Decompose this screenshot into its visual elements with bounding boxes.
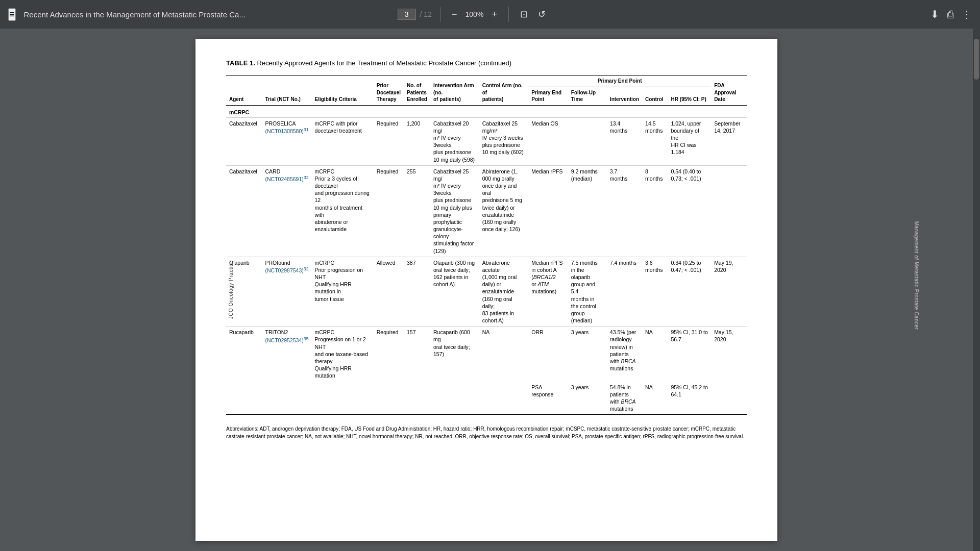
scrollbar-thumb[interactable]: [974, 39, 979, 80]
more-options-button[interactable]: ⋮: [962, 8, 972, 20]
intervention-arm-empty: [430, 382, 479, 415]
agent-rucaparib: Rucaparib: [226, 327, 262, 382]
control-val-psa: NA: [642, 382, 668, 415]
primary-ep-proselica: Median OS: [528, 117, 568, 165]
prior-docetaxel-proselica: Required: [374, 117, 404, 165]
nct-link-proselica[interactable]: (NCT01308580)31: [265, 128, 309, 134]
primary-ep-card: Median rPFS: [528, 165, 568, 257]
hr-proselica: 1.024, upperboundary of theHR CI was1.18…: [668, 117, 711, 165]
table-number: TABLE 1.: [226, 59, 255, 67]
download-button[interactable]: ⬇: [930, 8, 939, 20]
intervention-arm-profound: Olaparib (300 mgoral twice daily;162 pat…: [430, 257, 479, 327]
no-patients-empty: [404, 382, 430, 415]
fda-date-proselica: September14, 2017: [711, 117, 747, 165]
prior-docetaxel-profound: Allowed: [374, 257, 404, 327]
intervention-arm-proselica: Cabazitaxel 20 mg/m² IV every 3weeksplus…: [430, 117, 479, 165]
intervention-val-card: 3.7months: [607, 165, 642, 257]
journal-label-right: Management of Metastatic Prostate Cancer: [914, 221, 919, 330]
follow-up-proselica: [568, 117, 607, 165]
hr-profound: 0.34 (0.25 to0.47; < .001): [668, 257, 711, 327]
hr-triton2: 95% CI, 31.0 to56.7: [668, 327, 711, 382]
prior-docetaxel-card: Required: [374, 165, 404, 257]
sub-col-hr: HR (95% CI; P): [668, 87, 711, 105]
trial-proselica: PROSELICA(NCT01308580)31: [262, 117, 312, 165]
primary-ep-psa: PSA response: [528, 382, 568, 415]
intervention-val-profound: 7.4 months: [607, 257, 642, 327]
table-row: PSA response 3 years 54.8% inpatientswit…: [226, 382, 747, 415]
follow-up-psa: 3 years: [568, 382, 607, 415]
follow-up-card: 9.2 months(median): [568, 165, 607, 257]
toolbar-divider2: [508, 7, 509, 22]
trial-triton2: TRITON2(NCT02952534)35: [262, 327, 312, 382]
no-patients-card: 255: [404, 165, 430, 257]
zoom-in-button[interactable]: +: [488, 8, 500, 21]
menu-button[interactable]: ≡: [8, 8, 16, 21]
col-no-patients: No. ofPatientsEnrolled: [404, 76, 430, 106]
agent-cabazitaxel-1: Cabazitaxel: [226, 117, 262, 165]
fda-date-card: [711, 165, 747, 257]
agent-empty: [226, 382, 262, 415]
intervention-val-proselica: 13.4 months: [607, 117, 642, 165]
eligibility-proselica: mCRPC with prior docetaxel treatment: [312, 117, 374, 165]
primary-ep-triton2: ORR: [528, 327, 568, 382]
zoom-out-button[interactable]: −: [449, 8, 460, 21]
prior-docetaxel-empty: [374, 382, 404, 415]
control-arm-empty: [479, 382, 529, 415]
control-arm-proselica: Cabazitaxel 25 mg/m²IV every 3 weeksplus…: [479, 117, 529, 165]
print-button[interactable]: ⎙: [947, 9, 953, 20]
fit-page-button[interactable]: ⊡: [517, 8, 531, 21]
col-agent: Agent: [226, 76, 262, 106]
page-number-input[interactable]: [398, 9, 416, 20]
eligibility-profound: mCRPCPrior progression on NHTQualifying …: [312, 257, 374, 327]
history-button[interactable]: ↺: [535, 8, 549, 21]
trial-empty: [262, 382, 312, 415]
control-val-card: 8 months: [642, 165, 668, 257]
fda-date-psa: [711, 382, 747, 415]
fda-date-profound: May 19, 2020: [711, 257, 747, 327]
nct-link-profound[interactable]: (NCT02987543)32: [265, 267, 309, 273]
nct-link-triton2[interactable]: (NCT02952534)35: [265, 337, 309, 343]
abbreviations-text: Abbreviations: ADT, androgen deprivation…: [226, 426, 744, 439]
page-separator: / 12: [420, 10, 432, 18]
control-val-profound: 3.6months: [642, 257, 668, 327]
table-subtitle-text: Recently Approved Agents for the Treatme…: [257, 59, 511, 67]
table-row: Cabazitaxel CARD(NCT02485691)32 mCRPCPri…: [226, 165, 747, 257]
no-patients-triton2: 157: [404, 327, 430, 382]
intervention-val-triton2: 43.5% (perradiologyreview) inpatientswit…: [607, 327, 642, 382]
zoom-level: 100%: [464, 10, 484, 18]
no-patients-proselica: 1,200: [404, 117, 430, 165]
page-container[interactable]: JCO Oncology Practice TABLE 1. Recently …: [0, 29, 973, 551]
eligibility-card: mCRPCPrior ≥ 3 cycles of docetaxeland pr…: [312, 165, 374, 257]
toolbar-divider: [440, 7, 440, 22]
toolbar-actions: ⬇ ⎙ ⋮: [930, 8, 972, 20]
intervention-arm-triton2: Rucaparib (600 mgoral twice daily;157): [430, 327, 479, 382]
mCRPC-label: mCRPC: [226, 105, 747, 117]
follow-up-profound: 7.5 monthsin theolaparibgroup and5.4mont…: [568, 257, 607, 327]
header-row-top: Agent Trial (NCT No.) Eligibility Criter…: [226, 76, 747, 87]
fda-date-triton2: May 15, 2020: [711, 327, 747, 382]
col-control-arm: Control Arm (no. ofpatients): [479, 76, 529, 106]
follow-up-triton2: 3 years: [568, 327, 607, 382]
trial-card: CARD(NCT02485691)32: [262, 165, 312, 257]
table-row: Olaparib PROfound(NCT02987543)32 mCRPCPr…: [226, 257, 747, 327]
table-title: TABLE 1. Recently Approved Agents for th…: [226, 59, 747, 67]
control-val-triton2: NA: [642, 327, 668, 382]
control-arm-card: Abiraterone (1,000 mg orallyonce daily a…: [479, 165, 529, 257]
eligibility-empty: [312, 382, 374, 415]
col-intervention-arm: Intervention Arm (no.of patients): [430, 76, 479, 106]
toolbar: ≡ Recent Advances in the Management of M…: [0, 0, 980, 29]
hr-psa: 95% CI, 45.2 to64.1: [668, 382, 711, 415]
intervention-val-psa: 54.8% inpatientswith BRCAmutations: [607, 382, 642, 415]
eligibility-triton2: mCRPCProgression on 1 or 2 NHTand one ta…: [312, 327, 374, 382]
sub-col-primary-end-point: Primary EndPoint: [528, 87, 568, 105]
data-table: Agent Trial (NCT No.) Eligibility Criter…: [226, 75, 747, 415]
table-row: Cabazitaxel PROSELICA(NCT01308580)31 mCR…: [226, 117, 747, 165]
control-arm-profound: Abiraterone acetate(1,000 mg oraldaily) …: [479, 257, 529, 327]
abbreviations: Abbreviations: ADT, androgen deprivation…: [226, 425, 747, 440]
intervention-arm-card: Cabazitaxel 25 mg/m² IV every 3weeksplus…: [430, 165, 479, 257]
nct-link-card[interactable]: (NCT02485691)32: [265, 176, 309, 182]
sub-col-follow-up-time: Follow-UpTime: [568, 87, 607, 105]
prior-docetaxel-triton2: Required: [374, 327, 404, 382]
scrollbar[interactable]: [973, 29, 980, 551]
agent-cabazitaxel-2: Cabazitaxel: [226, 165, 262, 257]
